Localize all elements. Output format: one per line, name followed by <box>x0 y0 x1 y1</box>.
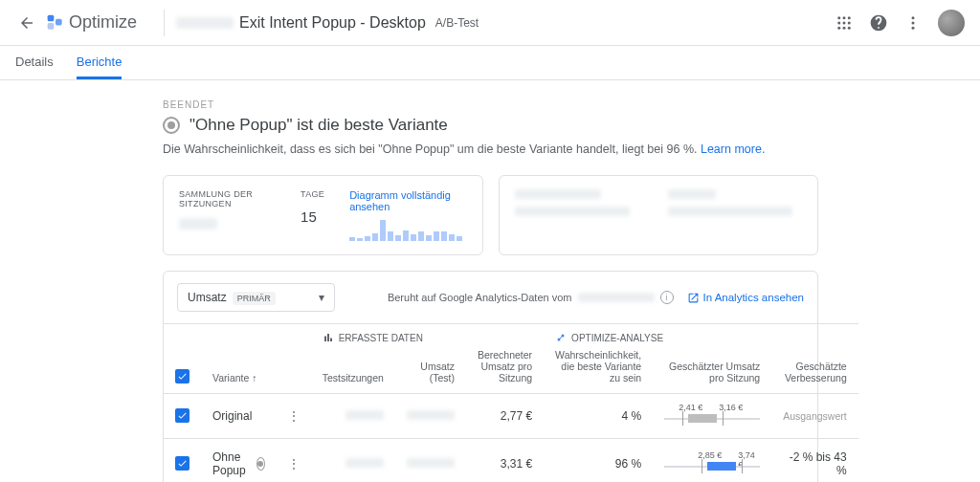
tab-bar: Details Berichte <box>0 46 980 80</box>
tab-reports[interactable]: Berichte <box>77 55 122 79</box>
results-table: ERFASSTE DATEN OPTIMIZE-ANALYSE Variante… <box>164 323 858 482</box>
revenue-redacted <box>407 410 455 420</box>
svg-point-12 <box>912 16 915 19</box>
analytics-link-text: In Analytics ansehen <box>703 292 805 303</box>
svg-rect-1 <box>48 23 55 30</box>
calc-revenue: 2,77 € <box>466 394 544 439</box>
svg-point-4 <box>843 16 846 19</box>
help-icon[interactable] <box>869 13 888 33</box>
optimize-analysis-label: OPTIMIZE-ANALYSE <box>571 333 663 343</box>
variant-name: Ohne Popup <box>212 450 265 477</box>
optimize-icon <box>46 13 65 33</box>
experiment-type: A/B-Test <box>435 16 479 30</box>
checkbox[interactable] <box>175 408 189 423</box>
info-icon[interactable]: i <box>660 291 674 304</box>
sparkline-chart <box>349 218 466 241</box>
objective-card: UmsatzPRIMÄR ▾ Beruht auf Google Analyti… <box>163 271 818 482</box>
top-bar: Optimize Exit Intent Popup - Desktop A/B… <box>0 0 980 46</box>
svg-point-7 <box>843 21 846 24</box>
sessions-label: SAMMLUNG DER SITZUNGEN <box>179 189 283 208</box>
days-value: 15 <box>301 208 324 225</box>
col-1 <box>515 189 630 241</box>
calc-revenue: 3,31 € <box>466 439 544 483</box>
col-calc-revenue: Berechneter Umsatz pro Sitzung <box>466 347 544 394</box>
account-name-redacted <box>176 17 234 29</box>
svg-point-3 <box>837 16 840 19</box>
improvement: -2 % bis 43 % <box>771 439 858 483</box>
open-external-icon <box>687 292 700 304</box>
svg-point-9 <box>837 26 840 29</box>
summary-headline: "Ohne Popup" ist die beste Variante <box>163 116 818 135</box>
svg-rect-2 <box>56 18 62 25</box>
view-full-chart-link[interactable]: Diagramm vollständig ansehen <box>349 189 466 212</box>
sessions-redacted <box>345 410 384 420</box>
col-revenue: Umsatz (Test) <box>395 347 466 394</box>
col-sessions: Testsitzungen <box>311 347 395 394</box>
range-plot: 2,41 € 3,16 € <box>664 405 760 427</box>
back-button[interactable] <box>15 11 38 34</box>
table-row: Ohne Popup ⋮ 3,31 € 96 % 2,85 € 3,74 € -… <box>164 439 858 483</box>
summary-title: "Ohne Popup" ist die beste Variante <box>189 116 448 135</box>
winner-icon <box>256 457 265 471</box>
status-badge: BEENDET <box>163 99 818 110</box>
apps-icon[interactable] <box>835 13 854 33</box>
chevron-down-icon: ▾ <box>319 291 324 304</box>
svg-point-5 <box>848 16 851 19</box>
col-prob-best: Wahrscheinlichkeit, die beste Variante z… <box>544 347 653 394</box>
summary-description: Die Wahrscheinlichkeit, dass es sich bei… <box>163 142 818 156</box>
metric-name: Umsatz <box>188 291 227 304</box>
sessions-redacted <box>345 458 384 468</box>
sessions-card: SAMMLUNG DER SITZUNGEN TAGE 15 Diagramm … <box>163 175 483 255</box>
prob-best: 96 % <box>544 439 653 483</box>
ga-date-redacted <box>578 293 655 302</box>
experiment-title: Exit Intent Popup - Desktop <box>239 14 426 32</box>
breadcrumb[interactable]: Exit Intent Popup - Desktop A/B-Test <box>176 14 479 32</box>
col-est-improve: Geschätzte Verbesserung <box>771 347 858 394</box>
learn-more-link[interactable]: Learn more. <box>701 142 765 156</box>
days-label: TAGE <box>301 189 324 199</box>
product-name: Optimize <box>69 12 137 33</box>
primary-chip: PRIMÄR <box>233 292 276 305</box>
col-2 <box>668 189 792 241</box>
svg-point-14 <box>912 26 915 29</box>
col-est-revenue: Geschätzter Umsatz pro Sitzung <box>653 347 771 394</box>
svg-point-8 <box>848 21 851 24</box>
captured-data-label: ERFASSTE DATEN <box>339 333 423 343</box>
variant-name: Original <box>212 409 265 423</box>
svg-point-13 <box>912 21 915 24</box>
checkbox-all[interactable] <box>175 369 189 383</box>
analytics-info-card <box>499 175 819 255</box>
winner-medal-icon <box>163 117 180 134</box>
svg-rect-0 <box>48 14 55 21</box>
improvement: Ausgangswert <box>771 394 858 439</box>
col-variant[interactable]: Variante ↑ <box>201 347 277 394</box>
optimize-logo[interactable]: Optimize <box>46 12 137 33</box>
checkbox[interactable] <box>175 456 189 471</box>
more-icon[interactable] <box>903 13 923 33</box>
svg-point-11 <box>848 26 851 29</box>
avatar[interactable] <box>938 10 965 36</box>
summary-text: Die Wahrscheinlichkeit, dass es sich bei… <box>163 142 701 156</box>
sessions-value-redacted <box>179 218 217 230</box>
divider <box>164 10 165 36</box>
revenue-redacted <box>407 458 455 468</box>
svg-point-6 <box>837 21 840 24</box>
table-row: Original ⋮ 2,77 € 4 % 2,41 € 3,16 € Ausg… <box>164 394 858 439</box>
open-in-analytics-link[interactable]: In Analytics ansehen <box>687 292 805 304</box>
metric-select[interactable]: UmsatzPRIMÄR ▾ <box>177 283 335 312</box>
row-menu-icon[interactable]: ⋮ <box>277 439 311 483</box>
svg-point-10 <box>843 26 846 29</box>
range-plot: 2,85 € 3,74 € <box>664 453 760 474</box>
prob-best: 4 % <box>544 394 653 439</box>
ga-note-text: Beruht auf Google Analytics-Daten vom <box>388 292 572 303</box>
bar-chart-icon <box>323 332 334 343</box>
row-menu-icon[interactable]: ⋮ <box>277 394 311 439</box>
tab-details[interactable]: Details <box>15 55 54 79</box>
analysis-icon <box>555 332 567 343</box>
